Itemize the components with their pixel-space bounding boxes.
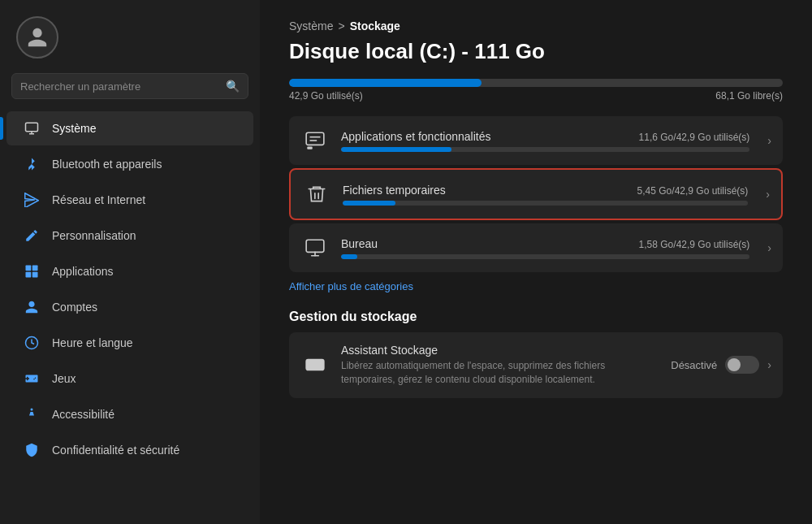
sidebar-item-bluetooth[interactable]: Bluetooth et appareils <box>6 147 253 181</box>
bluetooth-icon <box>23 155 41 173</box>
cat-info-temp: Fichiers temporaires 5,45 Go/42,9 Go uti… <box>343 184 748 206</box>
network-icon <box>23 191 41 209</box>
svg-rect-2 <box>32 266 38 271</box>
disk-free-label: 68,1 Go libre(s) <box>715 90 783 102</box>
search-box[interactable]: 🔍 <box>11 73 248 99</box>
chevron-right-icon-temp: › <box>766 188 770 201</box>
management-item-assistant[interactable]: Assistant Stockage Libérez automatiqueme… <box>289 332 783 398</box>
disk-used-label: 42,9 Go utilisé(s) <box>289 90 363 102</box>
disk-bar-track <box>289 79 783 87</box>
apps-icon <box>23 262 41 280</box>
games-icon <box>23 370 41 388</box>
svg-rect-10 <box>307 147 313 149</box>
sidebar-item-label-heure: Heure et langue <box>52 336 133 349</box>
toggle-assistant[interactable] <box>725 356 759 374</box>
breadcrumb-parent: Système <box>289 19 333 32</box>
cat-size-bureau: 1,58 Go/42,9 Go utilisé(s) <box>639 239 750 250</box>
sidebar-item-label-jeux: Jeux <box>52 372 76 385</box>
cat-bar-track-bureau <box>341 254 749 259</box>
breadcrumb-current: Stockage <box>350 19 400 32</box>
trash-icon <box>302 180 331 209</box>
accounts-icon <box>23 298 41 316</box>
breadcrumb-separator: > <box>338 19 344 32</box>
categories-list: Applications et fonctionnalités 11,6 Go/… <box>289 116 783 272</box>
cat-bar-fill-bureau <box>341 254 357 259</box>
sidebar-item-accessibilite[interactable]: Accessibilité <box>6 397 253 431</box>
system-icon <box>23 119 41 137</box>
chevron-right-icon-apps: › <box>767 134 771 147</box>
cat-bar-track-temp <box>343 201 748 206</box>
sidebar-item-reseau[interactable]: Réseau et Internet <box>6 183 253 217</box>
category-item-bureau[interactable]: Bureau 1,58 Go/42,9 Go utilisé(s) › <box>289 223 783 272</box>
main-content: Système > Stockage Disque local (C:) - 1… <box>260 0 812 524</box>
breadcrumb: Système > Stockage <box>289 19 783 32</box>
svg-rect-3 <box>26 272 32 278</box>
sidebar-item-label-accessibilite: Accessibilité <box>52 408 114 421</box>
svg-rect-7 <box>306 132 324 145</box>
svg-rect-13 <box>306 240 324 252</box>
management-section-title: Gestion du stockage <box>289 310 783 324</box>
apps-list-icon <box>300 126 330 155</box>
sidebar-item-applications[interactable]: Applications <box>6 254 253 288</box>
cat-bar-track-apps <box>341 147 749 152</box>
cat-size-temp: 5,45 Go/42,9 Go utilisé(s) <box>637 185 749 197</box>
sidebar-item-label-confidentialite: Confidentialité et sécurité <box>52 444 179 457</box>
show-more-link[interactable]: Afficher plus de catégories <box>289 280 413 292</box>
chevron-right-icon-assistant: › <box>767 358 771 371</box>
cat-bar-fill-apps <box>341 147 451 152</box>
sidebar-item-comptes[interactable]: Comptes <box>6 290 253 324</box>
svg-point-6 <box>31 409 33 411</box>
sidebar: 🔍 Système Bluetooth et appareils Réseau … <box>0 0 260 524</box>
category-item-apps[interactable]: Applications et fonctionnalités 11,6 Go/… <box>289 116 783 165</box>
toggle-label-assistant: Désactivé <box>671 359 717 371</box>
cat-bar-fill-temp <box>343 201 395 206</box>
cat-name-temp: Fichiers temporaires <box>343 184 446 197</box>
cat-name-bureau: Bureau <box>341 237 378 250</box>
sidebar-item-label-applications: Applications <box>52 265 114 278</box>
avatar <box>16 16 58 58</box>
sidebar-item-label-comptes: Comptes <box>52 301 97 314</box>
category-item-temp[interactable]: Fichiers temporaires 5,45 Go/42,9 Go uti… <box>289 168 783 220</box>
mgmt-info-assistant: Assistant Stockage Libérez automatiqueme… <box>341 344 659 387</box>
sidebar-item-jeux[interactable]: Jeux <box>6 362 253 396</box>
search-icon: 🔍 <box>226 80 240 93</box>
mgmt-right-assistant: Désactivé › <box>671 356 771 374</box>
svg-rect-16 <box>306 360 324 370</box>
mgmt-desc-assistant: Libérez automatiquement de l'espace, sup… <box>341 359 633 387</box>
svg-rect-0 <box>26 123 38 132</box>
cat-size-apps: 11,6 Go/42,9 Go utilisé(s) <box>639 132 750 143</box>
disk-labels: 42,9 Go utilisé(s) 68,1 Go libre(s) <box>289 90 783 102</box>
storage-sense-icon <box>300 350 330 379</box>
sidebar-item-label-bluetooth: Bluetooth et appareils <box>52 158 162 171</box>
svg-rect-1 <box>26 266 32 271</box>
sidebar-item-label-reseau: Réseau et Internet <box>52 193 145 206</box>
chevron-right-icon-bureau: › <box>767 241 771 254</box>
privacy-icon <box>23 441 41 459</box>
desktop-icon <box>300 233 330 262</box>
sidebar-item-systeme[interactable]: Système <box>6 111 253 145</box>
cat-name-apps: Applications et fonctionnalités <box>341 130 490 143</box>
cat-info-apps: Applications et fonctionnalités 11,6 Go/… <box>341 130 749 152</box>
accessibility-icon <box>23 405 41 423</box>
page-title: Disque local (C:) - 111 Go <box>289 39 783 64</box>
sidebar-item-label-systeme: Système <box>52 122 96 135</box>
toggle-knob-assistant <box>728 358 741 371</box>
time-icon <box>23 334 41 352</box>
svg-rect-4 <box>32 272 38 278</box>
personalization-icon <box>23 227 41 245</box>
mgmt-title-assistant: Assistant Stockage <box>341 344 659 357</box>
search-input[interactable] <box>20 80 219 93</box>
sidebar-item-confidentialite[interactable]: Confidentialité et sécurité <box>6 433 253 467</box>
disk-bar-fill <box>289 79 482 87</box>
sidebar-item-label-perso: Personnalisation <box>52 229 136 242</box>
disk-bar: 42,9 Go utilisé(s) 68,1 Go libre(s) <box>289 79 783 102</box>
cat-info-bureau: Bureau 1,58 Go/42,9 Go utilisé(s) <box>341 237 749 259</box>
sidebar-item-heure[interactable]: Heure et langue <box>6 326 253 360</box>
sidebar-item-perso[interactable]: Personnalisation <box>6 219 253 253</box>
